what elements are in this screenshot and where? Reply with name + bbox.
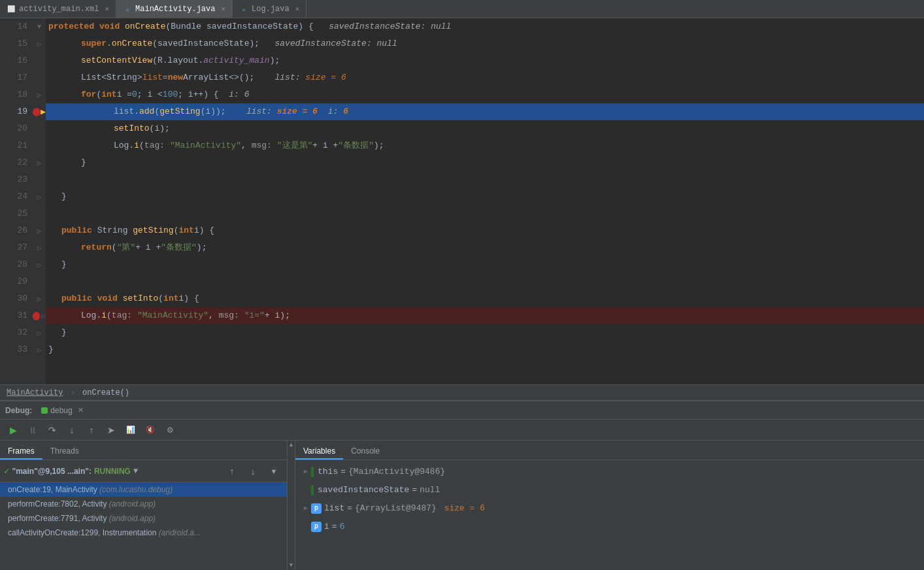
debug-settings-button[interactable]: ⚙ [161,422,179,438]
debug-session-dot [41,407,48,414]
breadcrumb-method: onCreate() [82,388,129,397]
gutter-line-24[interactable]: ▷ [33,188,46,205]
frames-down-button[interactable]: ↓ [244,463,262,479]
debug-session-close[interactable]: ✕ [78,406,84,414]
breadcrumb-class[interactable]: MainActivity [7,388,63,397]
var-name-list: list [324,501,344,516]
step-out-button[interactable]: ↑ [82,422,101,438]
tab-threads[interactable]: Threads [42,444,87,460]
tag-label-21: tag: [144,137,165,154]
gutter-line-30[interactable]: ▷ [33,290,46,307]
var-size-list: size = 6 [444,501,485,516]
method-log-i-31: i [101,307,107,324]
tab-log[interactable]: ☕ Log.java ✕ [233,0,306,18]
debug-hint-14: savedInstanceState: null [329,18,451,35]
pause-button[interactable]: ⏸ [24,422,42,438]
code-line-18: for (int i = 0; i < 100; i++) { i: 6 [46,86,924,103]
code-line-23 [46,171,924,188]
gutter-line-33[interactable]: ▷ [33,341,46,358]
code-line-19: list.add(getSting(i)); list: size = 6 i:… [46,103,924,120]
thread-dropdown-arrow[interactable]: ▼ [133,467,138,476]
gutter-line-15[interactable]: ▷ [33,35,46,52]
tab-console[interactable]: Console [343,444,388,460]
var-icon-i: p [311,522,322,532]
gutter-line-18[interactable]: ▷ [33,86,46,103]
brace-close-33: } [48,341,54,358]
frame-label-3: callActivityOnCreate:1299, Instrumentati… [8,528,159,537]
frame-item-3[interactable]: callActivityOnCreate:1299, Instrumentati… [0,526,287,540]
normal-args-16: (R.layout. [152,52,203,69]
gutter-fold-31[interactable]: ▷ [41,312,46,320]
var-expand-list[interactable]: ▶ [301,501,311,516]
breakpoint-dot-31[interactable] [33,312,40,320]
gutter-line-32[interactable]: ▷ [33,324,46,341]
xml-icon: ⬜ [7,5,16,14]
type-list: List<String> [81,69,142,86]
method-oncreate-15: onCreate [112,35,152,52]
frame-item-0[interactable]: onCreate:19, MainActivity (com.lucashu.d… [0,482,287,497]
tab-bar: ⬜ activity_main.xml ✕ ☕ MainActivity.jav… [0,0,924,18]
ln-14: 14 [0,18,27,35]
tab-label-main-activity: MainActivity.java [135,5,215,14]
kw-super: super [81,35,107,52]
scroll-down-arrow[interactable]: ▼ [289,562,293,569]
frames-filter-button[interactable]: ▼ [265,463,283,479]
code-line-16: setContentView(R.layout.activity_main); [46,52,924,69]
gutter-line-22[interactable]: ▷ [33,154,46,171]
tab-close-log[interactable]: ✕ [295,5,300,13]
ln-18: 18 [0,86,27,103]
msg-label-31: msg: [219,307,239,324]
ln-30: 30 [0,290,27,307]
tab-close-activity-main[interactable]: ✕ [105,5,109,13]
tab-main-activity[interactable]: ☕ MainActivity.java ✕ [116,0,233,18]
ln-24: 24 [0,188,27,205]
evaluate-button[interactable]: 📊 [122,422,140,438]
num-100: 100 [163,86,178,103]
frames-up-button[interactable]: ↑ [223,463,241,479]
debug-content: Frames Threads ✓ "main"@9,105 ...ain": R… [0,441,924,570]
normal-args-15: (savedInstanceState); [152,35,274,52]
kw-int-30: int [163,290,178,307]
ln-25: 25 [0,205,27,222]
mute-breakpoints-button[interactable]: 🔇 [141,422,159,438]
var-eq-saved: = [412,483,417,497]
breakpoint-dot-19[interactable] [33,108,41,116]
thread-state: RUNNING [94,467,131,476]
frame-item-2[interactable]: performCreate:7791, Activity (android.ap… [0,511,287,526]
ln-33: 33 [0,341,27,358]
step-over-button[interactable]: ↷ [43,422,61,438]
gutter-line-19[interactable]: ▶ [33,103,46,120]
code-line-17: List<String> list = new ArrayList<>(); l… [46,69,924,86]
normal-end-16: ); [270,52,280,69]
tab-label-log: Log.java [252,5,289,14]
kw-public-26: public [61,222,92,239]
frame-item-1[interactable]: performCreate:7802, Activity (android.ap… [0,497,287,511]
method-getsting-19: getSting [159,103,200,120]
gutter-line-28[interactable]: ▷ [33,256,46,273]
code-container: 14 15 16 17 18 19 20 21 22 23 24 25 26 2… [0,18,924,384]
var-expand-this[interactable]: ▶ [301,465,311,479]
frame-package-3: (android.a... [159,528,201,537]
step-into-button[interactable]: ↓ [63,422,81,438]
tab-close-main-activity[interactable]: ✕ [221,5,225,13]
run-to-cursor-button[interactable]: ➤ [102,422,120,438]
gutter-line-17 [33,69,46,86]
ln-22: 22 [0,154,27,171]
string-tiaoshuju: "条数据" [338,137,374,154]
gutter-line-14[interactable]: ▼ [33,18,46,35]
ln-32: 32 [0,324,27,341]
scroll-up-arrow[interactable]: ▲ [289,442,293,448]
tab-activity-main[interactable]: ⬜ activity_main.xml ✕ [0,0,116,18]
kw-void-30: void [97,290,118,307]
tab-frames[interactable]: Frames [0,444,42,460]
debug-session-tab[interactable]: debug ✕ [37,405,87,416]
tab-variables[interactable]: Variables [295,444,343,460]
brace-close-22: } [81,154,86,171]
end-21: ); [374,137,384,154]
frames-scrollbar[interactable]: ▲ ▼ [288,441,295,570]
gutter-line-31[interactable]: ▷ [33,307,46,324]
gutter-line-27[interactable]: ▷ [33,239,46,256]
editor-area: 14 15 16 17 18 19 20 21 22 23 24 25 26 2… [0,18,924,400]
gutter-line-26[interactable]: ▷ [33,222,46,239]
resume-button[interactable]: ▶ [4,422,22,438]
